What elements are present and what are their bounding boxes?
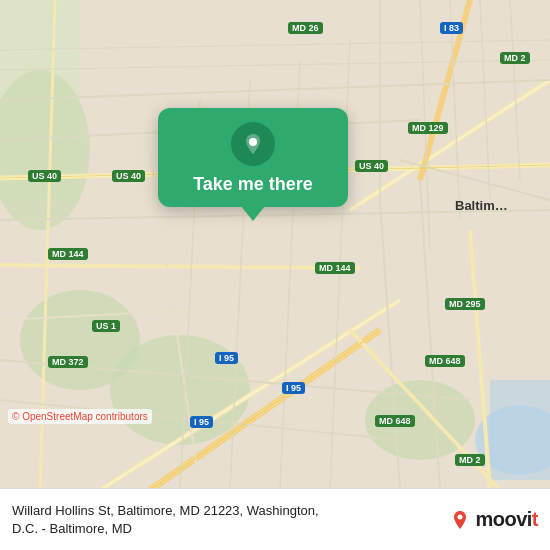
copyright-text: OpenStreetMap contributors [22, 411, 148, 422]
road-badge-i95-left: I 95 [215, 352, 238, 364]
road-badge-md26: MD 26 [288, 22, 323, 34]
road-badge-us40-mid: US 40 [112, 170, 145, 182]
pin-icon-container [231, 122, 275, 166]
road-badge-md2-bottom: MD 2 [455, 454, 485, 466]
road-badge-i95-bottom: I 95 [190, 416, 213, 428]
copyright-symbol: © [12, 411, 19, 422]
road-badge-md129: MD 129 [408, 122, 448, 134]
moovit-logo: moovit [449, 508, 538, 531]
address-text: Willard Hollins St, Baltimore, MD 21223,… [12, 502, 439, 537]
moovit-wordmark: moovit [475, 508, 538, 531]
svg-point-45 [250, 138, 256, 144]
copyright-notice: © OpenStreetMap contributors [8, 409, 152, 424]
road-badge-md144-right: MD 144 [315, 262, 355, 274]
road-badge-md648-bottom: MD 648 [375, 415, 415, 427]
svg-rect-7 [490, 380, 550, 480]
location-pin-icon [241, 132, 265, 156]
road-badge-md648-top: MD 648 [425, 355, 465, 367]
take-me-there-callout[interactable]: Take me there [158, 108, 348, 207]
road-badge-i95-mid: I 95 [282, 382, 305, 394]
callout-label: Take me there [193, 174, 313, 195]
road-badge-i83: I 83 [440, 22, 463, 34]
road-badge-md2-top: MD 2 [500, 52, 530, 64]
road-badge-md372: MD 372 [48, 356, 88, 368]
bottom-bar: Willard Hollins St, Baltimore, MD 21223,… [0, 488, 550, 550]
city-label-baltimore: Baltim… [455, 198, 508, 213]
moovit-pin-icon [449, 509, 471, 531]
road-badge-md295: MD 295 [445, 298, 485, 310]
road-badge-md144-left: MD 144 [48, 248, 88, 260]
road-badge-us40-left: US 40 [28, 170, 61, 182]
svg-point-46 [458, 514, 463, 519]
map-view[interactable]: MD 26 I 83 MD 2 MD 129 US 40 US 40 US 40… [0, 0, 550, 490]
road-badge-us40-right: US 40 [355, 160, 388, 172]
road-badge-us1: US 1 [92, 320, 120, 332]
address-line: Willard Hollins St, Baltimore, MD 21223,… [12, 503, 319, 536]
